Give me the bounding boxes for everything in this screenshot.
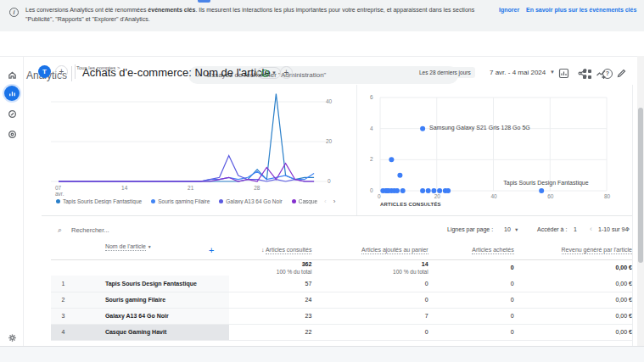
row-number: 2 (51, 292, 76, 308)
column-header-articles-consultes[interactable]: ↓ Articles consultés (229, 240, 311, 259)
table-search-input[interactable]: Rechercher... (71, 226, 109, 234)
metric-cell: 0 (311, 292, 428, 308)
panel-right-edge (632, 85, 633, 346)
add-comparison-button[interactable]: + (55, 65, 68, 78)
item-name-cell[interactable]: Souris gaming Filaire (76, 292, 230, 308)
date-preset-chip[interactable]: Les 28 derniers jours (415, 67, 475, 78)
row-number-header (51, 240, 76, 259)
page-scrollbar-thumb[interactable] (638, 108, 643, 263)
legend-item[interactable]: Souris gaming Filaire (151, 198, 210, 204)
scatter-point[interactable] (395, 188, 400, 193)
edit-icon[interactable] (616, 67, 627, 78)
scatter-ytick: 6 (370, 94, 373, 100)
add-column-button[interactable]: + (209, 245, 214, 255)
table-row[interactable]: 3 Galaxy A13 64 Go Noir23700,00 € (51, 308, 632, 324)
scatter-point[interactable] (397, 173, 402, 178)
line-series-0 (59, 94, 314, 181)
scatter-point[interactable] (389, 157, 394, 162)
scatter-xaxis-label: ARTICLES CONSULTÉS (380, 202, 441, 207)
scatter-point[interactable] (420, 188, 425, 193)
table-row[interactable]: 2 Souris gaming Filaire24000,00 € (51, 292, 632, 308)
share-icon[interactable] (577, 67, 588, 78)
scatter-point-label: Samsung Galaxy S21 Gris 128 Go 5G (429, 125, 530, 131)
line-chart[interactable] (34, 89, 335, 187)
gear-icon (8, 333, 17, 343)
reports-icon (8, 89, 17, 98)
scatter-xtick: 60 (547, 193, 553, 199)
date-caret-icon[interactable]: ▼ (550, 70, 555, 75)
row-number: 1 (51, 276, 76, 292)
learn-more-link[interactable]: En savoir plus sur les événements clés (526, 7, 636, 13)
title-divider (75, 64, 76, 79)
legend-label: Casque Gaming Havit (299, 198, 319, 204)
legend-dot-icon (219, 199, 223, 203)
insights-icon[interactable] (596, 67, 607, 78)
row-number: 3 (51, 308, 76, 324)
scatter-point[interactable] (426, 188, 431, 193)
metric-cell: 22 (229, 324, 311, 340)
sidebar-item-reports[interactable] (4, 86, 20, 101)
goto-page-input[interactable]: 1 (574, 226, 577, 232)
legend-label: Tapis Souris Design Fantastique (63, 198, 142, 204)
metric-cell: 0,00 € (514, 276, 632, 292)
legend-item[interactable]: Casque Gaming Havit (292, 198, 319, 204)
column-header-revenu[interactable]: Revenu généré par l'article (514, 240, 632, 259)
compare-report-icon[interactable] (558, 67, 569, 78)
date-range-selector[interactable]: 7 avr. - 4 mai 2024 (490, 69, 546, 76)
scatter-xtick: 40 (491, 193, 497, 199)
scatter-point[interactable] (445, 188, 451, 193)
avatar[interactable]: T (38, 65, 51, 78)
scatter-xtick: 0 (378, 193, 381, 199)
line-xtick: 21 (188, 185, 193, 191)
ignore-link[interactable]: Ignorer (499, 7, 519, 13)
metric-cell: 0 (311, 324, 428, 340)
legend-dot-icon (151, 199, 155, 203)
line-xtick: 28 (254, 185, 260, 191)
sidebar-item-admin[interactable] (4, 330, 20, 345)
charts-bottom-divider (42, 215, 633, 216)
left-nav (0, 56, 24, 346)
scatter-point[interactable] (420, 126, 425, 131)
sidebar-item-home[interactable] (4, 67, 20, 82)
ecommerce-table: Nom de l'article ▼ + ↓ Articles consulté… (51, 240, 632, 341)
item-name-cell[interactable]: Casque Gaming Havit (76, 324, 230, 340)
taskbar: ⌕ Taper ici pour rechercher 32°C Très en… (0, 346, 644, 362)
report-status-badge[interactable]: ✓ ▼ (257, 67, 281, 79)
sidebar-item-explore[interactable] (4, 106, 20, 121)
metric-cell: 0,00 € (514, 308, 632, 324)
metric-cell: 23 (229, 308, 311, 324)
app-header: Analytics Tous les comptes > ⌕ Essayez d… (0, 31, 644, 56)
column-header-articles-achetes[interactable]: Articles achetés (428, 240, 514, 259)
page-title: Achats d'e-commerce: Nom de l'article (82, 66, 271, 79)
info-icon: i (9, 8, 19, 17)
dimension-header[interactable]: Nom de l'article ▼ + (76, 240, 230, 259)
column-header-articles-ajoutes[interactable]: Articles ajoutés au panier (311, 240, 428, 259)
legend-pagination: ‹ › (324, 198, 335, 205)
explore-icon (8, 109, 17, 119)
item-name-cell[interactable]: Tapis Souris Design Fantastique (76, 276, 230, 292)
pagination-prev-icon[interactable]: ‹ (590, 225, 592, 233)
browser-tab-fragment (198, 0, 210, 3)
item-name-cell[interactable]: Galaxy A13 64 Go Noir (76, 308, 230, 324)
legend-label: Galaxy A13 64 Go Noir (226, 198, 282, 204)
legend-next-icon[interactable]: › (333, 198, 336, 205)
legend-item[interactable]: Galaxy A13 64 Go Noir (219, 198, 282, 204)
sidebar-item-advertising[interactable] (4, 126, 20, 142)
table-row[interactable]: 4 Casque Gaming Havit22000,00 € (51, 324, 632, 340)
legend-prev-icon[interactable]: ‹ (324, 198, 327, 205)
scatter-point[interactable] (539, 188, 544, 193)
line-xtick: 14 (121, 185, 127, 191)
pagination-range: 1-10 sur 94 (598, 226, 628, 232)
notification-bar: i Les conversions Analytics ont été reno… (0, 0, 644, 31)
rows-per-page-select[interactable]: 10 (504, 226, 511, 232)
scatter-point-label: Tapis Souris Design Fantastique (503, 180, 588, 186)
scatter-chart[interactable] (361, 89, 632, 199)
customize-report-button[interactable]: + (280, 66, 293, 79)
metric-cell: 0 (428, 324, 514, 340)
table-row[interactable]: 1 Tapis Souris Design Fantastique57000,0… (51, 276, 632, 292)
check-icon: ✓ (261, 70, 269, 77)
pagination-next-icon[interactable]: › (627, 225, 630, 233)
rows-per-page-caret-icon[interactable]: ▼ (514, 227, 518, 232)
legend-item[interactable]: Tapis Souris Design Fantastique (56, 198, 142, 204)
scatter-point[interactable] (400, 188, 406, 193)
